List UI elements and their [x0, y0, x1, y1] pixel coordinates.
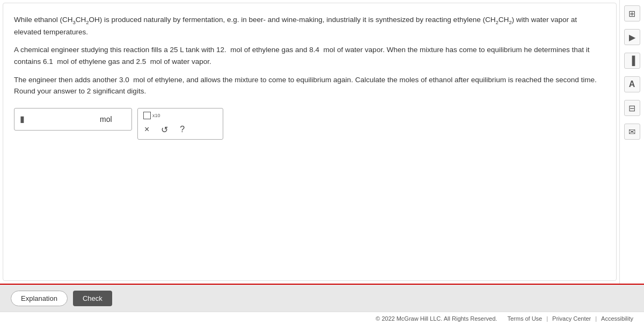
- cross-button[interactable]: ×: [143, 124, 150, 135]
- paragraph-2: A chemical engineer studying this reacti…: [14, 44, 600, 67]
- accessibility-link[interactable]: Accessibility: [601, 315, 633, 322]
- paragraph-3: The engineer then adds another 3.0 mol o…: [14, 74, 600, 97]
- play-icon[interactable]: ▶: [624, 29, 640, 45]
- bottom-bar: Explanation Check: [0, 284, 644, 312]
- help-button[interactable]: ?: [179, 124, 186, 135]
- math-toolbar-top: x10: [143, 112, 217, 119]
- chart-icon[interactable]: ▐: [624, 53, 640, 69]
- copyright-text: © 2022 McGraw Hill LLC. All Rights Reser…: [376, 315, 497, 322]
- paragraph-1: While ethanol (CH3CH2OH) is produced nat…: [14, 14, 600, 38]
- box-icon: [143, 112, 151, 119]
- content-area: While ethanol (CH3CH2OH) is produced nat…: [3, 3, 617, 281]
- sidebar-right: ⊞ ▶ ▐ A ⊟ ✉: [619, 0, 644, 284]
- privacy-link[interactable]: Privacy Center: [552, 315, 591, 322]
- footer: © 2022 McGraw Hill LLC. All Rights Reser…: [0, 312, 644, 325]
- answer-input-wrapper[interactable]: ▮ mol: [14, 108, 132, 131]
- undo-button[interactable]: ↺: [160, 124, 169, 136]
- problem-text: While ethanol (CH3CH2OH) is produced nat…: [14, 14, 600, 97]
- explanation-button[interactable]: Explanation: [11, 291, 68, 306]
- table-icon[interactable]: ⊞: [624, 5, 640, 21]
- input-cursor-icon: ▮: [20, 114, 25, 124]
- font-icon[interactable]: A: [624, 76, 640, 92]
- superscript-label: x10: [152, 113, 160, 118]
- grid-icon[interactable]: ⊟: [624, 100, 640, 116]
- mail-icon[interactable]: ✉: [624, 124, 640, 140]
- answer-section: ▮ mol x10 × ↺ ?: [14, 108, 600, 140]
- footer-sep-3: |: [595, 315, 597, 322]
- footer-sep-1: [501, 315, 503, 322]
- footer-sep-2: |: [546, 315, 548, 322]
- check-button[interactable]: Check: [73, 291, 112, 306]
- terms-link[interactable]: Terms of Use: [507, 315, 542, 322]
- mol-label: mol: [100, 115, 112, 124]
- answer-input[interactable]: [28, 115, 98, 124]
- math-toolbar-actions: × ↺ ?: [143, 124, 217, 136]
- math-toolbar: x10 × ↺ ?: [137, 108, 223, 140]
